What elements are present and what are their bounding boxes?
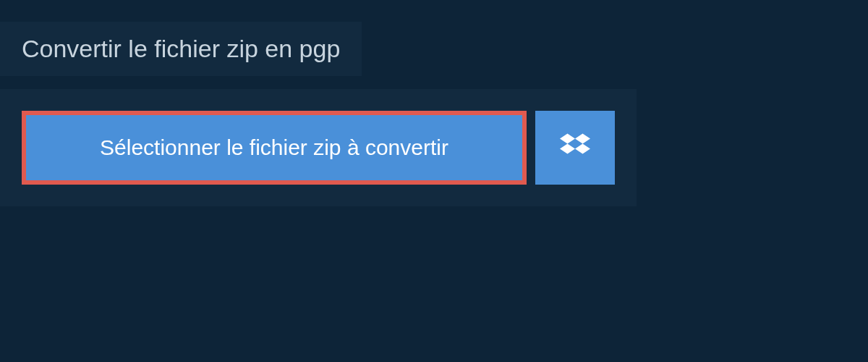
select-file-label: Sélectionner le fichier zip à convertir [100,135,448,160]
select-file-button[interactable]: Sélectionner le fichier zip à convertir [22,111,527,185]
page-title: Convertir le fichier zip en pgp [0,22,362,76]
page-title-text: Convertir le fichier zip en pgp [22,35,340,62]
dropbox-button[interactable] [535,111,615,185]
upload-panel: Sélectionner le fichier zip à convertir [0,89,637,206]
dropbox-icon [560,131,590,164]
